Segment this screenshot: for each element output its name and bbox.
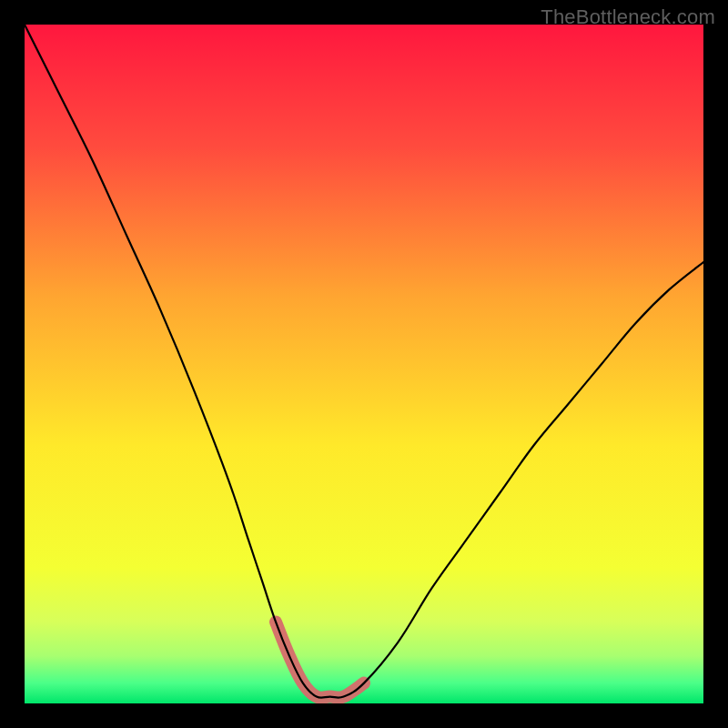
plot-area (25, 25, 703, 703)
chart-frame: TheBottleneck.com (0, 0, 728, 728)
watermark-text: TheBottleneck.com (541, 5, 715, 29)
bottleneck-chart-svg (25, 25, 703, 703)
